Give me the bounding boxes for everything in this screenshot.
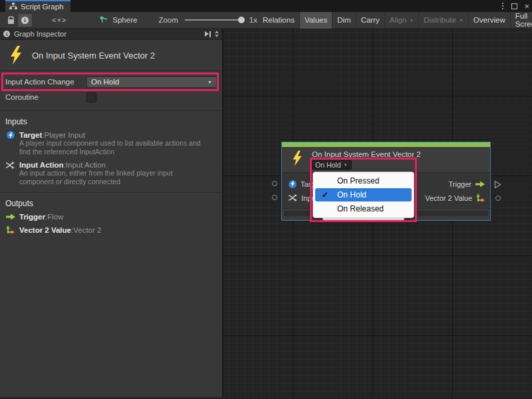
coroutine-row: Coroutine [0, 91, 222, 103]
unit-title: On Input System Event Vector 2 [32, 51, 155, 61]
node-graph-icon [100, 16, 108, 24]
node-title: On Input System Event Vector 2 [312, 150, 421, 158]
graph-target-indicator[interactable]: Sphere [100, 16, 137, 24]
zoom-control: Zoom 1x [158, 16, 257, 24]
graph-inspector-title: Graph Inspector [14, 30, 66, 38]
kebab-menu-icon[interactable] [501, 2, 505, 10]
menu-item-on-hold[interactable]: ✓ On Hold [315, 188, 412, 201]
dock-panel-icon[interactable] [205, 31, 211, 37]
input-action-change-label: Input Action Change [5, 78, 86, 86]
input-action-icon [289, 194, 297, 201]
chevron-down-icon: ▼ [459, 18, 464, 23]
flow-arrow-icon [475, 181, 485, 188]
overview-button[interactable]: Overview [468, 12, 510, 29]
maximize-icon[interactable] [511, 3, 517, 9]
output-item-trigger: Trigger : Flow [0, 213, 222, 221]
input-port-circle[interactable] [272, 181, 277, 186]
zoom-value: 1x [249, 16, 257, 24]
lightning-bolt-icon [9, 46, 23, 65]
lock-icon [7, 16, 15, 25]
zoom-slider-handle[interactable] [238, 17, 245, 23]
graph-inspector-header: i Graph Inspector [0, 29, 222, 40]
output-port-circle[interactable] [495, 196, 501, 201]
input-item-description: A player input component used to list av… [19, 139, 222, 156]
graph-hierarchy-icon [9, 3, 17, 11]
graph-toolbar: i <×> Sphere Zoom 1x Relations Values Di… [0, 12, 532, 29]
outputs-section: Outputs Trigger : Flow Vector 2 Value : … [0, 199, 222, 240]
chevron-down-icon: ▼ [409, 18, 414, 23]
lightning-bolt-icon [291, 150, 303, 166]
input-action-icon [5, 162, 15, 169]
input-action-change-row: Input Action Change On Hold ▼ [0, 76, 222, 88]
menu-scroll-strip [323, 217, 404, 220]
graph-canvas[interactable]: On Input System Event Vector 2 On Hold ▼… [223, 29, 532, 399]
player-input-icon [289, 180, 297, 188]
unit-title-block: On Input System Event Vector 2 [0, 40, 222, 71]
inputs-section: Inputs Target : Player Input A player in… [0, 117, 222, 193]
outputs-heading: Outputs [5, 199, 222, 208]
graph-target-label: Sphere [112, 16, 137, 24]
lock-button[interactable] [4, 14, 18, 27]
tab-label: Script Graph [21, 3, 64, 11]
vector2-icon [476, 194, 485, 202]
unit-settings: Input Action Change On Hold ▼ Coroutine [0, 71, 222, 111]
info-icon: i [21, 17, 29, 24]
vector2-icon [5, 225, 15, 234]
chevron-down-icon: ▼ [207, 80, 212, 84]
full-screen-button[interactable]: Full Screen [510, 12, 532, 29]
input-item-input-action: Input Action : Input Action An input act… [0, 161, 222, 186]
port-trigger[interactable]: Trigger [449, 180, 485, 188]
output-flow-port-triangle[interactable] [494, 180, 501, 189]
graph-inspector-panel: i Graph Inspector On Input System Event … [0, 29, 223, 397]
align-button[interactable]: Align▼ [384, 12, 419, 29]
input-action-change-dropdown[interactable]: On Hold ▼ [86, 76, 217, 88]
node-mode-dropdown[interactable]: On Hold ▼ [312, 160, 352, 170]
input-item-description: An input action, either from the linked … [19, 169, 222, 186]
tab-script-graph[interactable]: Script Graph [5, 0, 70, 12]
distribute-button[interactable]: Distribute▼ [418, 12, 468, 29]
node-event-color-bar [282, 142, 490, 147]
toolbar-button-group: Relations Values Dim Carry Align▼ Distri… [257, 12, 532, 29]
scroll-spinner[interactable] [215, 31, 219, 37]
relations-button[interactable]: Relations [257, 12, 299, 29]
coroutine-checkbox[interactable] [86, 92, 96, 102]
flow-arrow-icon [5, 213, 15, 220]
zoom-slider[interactable] [185, 19, 243, 21]
input-port-circle[interactable] [272, 195, 277, 200]
menu-item-on-released[interactable]: On Released [313, 201, 414, 216]
inspector-toggle-button[interactable]: i [18, 14, 32, 27]
port-vector2-value[interactable]: Vector 2 Value [425, 194, 485, 202]
node-header: On Input System Event Vector 2 On Hold ▼ [282, 147, 490, 172]
close-icon[interactable]: × [524, 2, 529, 11]
player-input-icon [5, 131, 15, 139]
zoom-label: Zoom [158, 16, 178, 24]
menu-item-on-pressed[interactable]: On Pressed [313, 174, 414, 188]
chevron-down-icon: ▼ [344, 163, 348, 167]
output-item-vector2: Vector 2 Value : Vector 2 [0, 225, 222, 234]
window-tab-bar: Script Graph × [0, 0, 532, 12]
dim-button[interactable]: Dim [332, 12, 355, 29]
input-item-target: Target : Player Input A player input com… [0, 131, 222, 156]
inputs-heading: Inputs [5, 117, 222, 126]
checkmark-icon: ✓ [322, 190, 329, 200]
view-code-button[interactable]: <×> [47, 16, 72, 24]
coroutine-label: Coroutine [5, 93, 86, 101]
values-button[interactable]: Values [299, 12, 332, 29]
mode-dropdown-menu: On Pressed ✓ On Hold On Released [313, 172, 414, 218]
carry-button[interactable]: Carry [356, 12, 384, 29]
info-icon: i [3, 31, 10, 37]
